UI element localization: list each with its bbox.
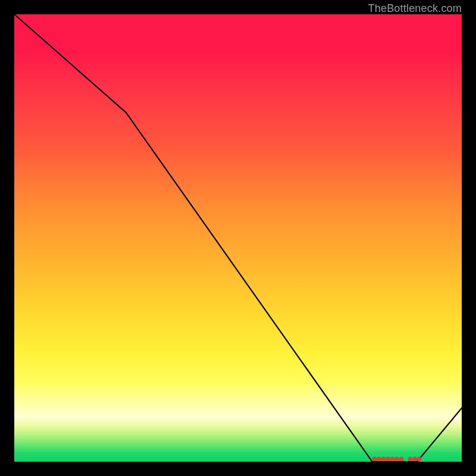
data-marker — [417, 457, 421, 461]
data-marker — [390, 457, 394, 461]
chart-container: TheBottleneck.com — [0, 0, 476, 476]
data-marker — [381, 457, 386, 461]
data-marker — [394, 457, 399, 461]
data-marker — [408, 457, 412, 461]
data-marker — [386, 457, 390, 461]
chart-svg — [14, 14, 462, 462]
marker-group — [372, 457, 421, 461]
attribution-text: TheBottleneck.com — [368, 2, 462, 15]
data-marker — [399, 457, 403, 461]
data-marker — [372, 457, 377, 461]
data-marker — [412, 457, 416, 461]
data-marker — [377, 457, 381, 461]
bottleneck-curve — [14, 14, 462, 462]
